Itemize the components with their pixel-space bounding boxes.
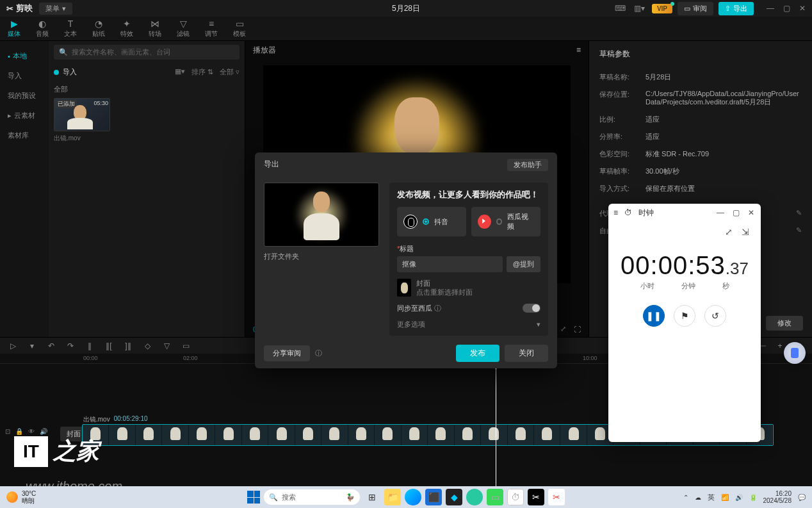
import-button[interactable]: 导入 [54, 67, 77, 77]
vip-badge[interactable]: VIP [652, 4, 672, 13]
edge-icon[interactable] [405, 489, 421, 505]
undo-button[interactable]: ↶ [46, 341, 56, 350]
info-icon[interactable]: ⓘ [434, 304, 441, 312]
playhead[interactable] [496, 364, 496, 492]
track-mute-icon[interactable]: 🔒 [15, 428, 23, 435]
review-icon: ▭ [684, 4, 690, 13]
ime-indicator[interactable]: 英 [708, 493, 715, 502]
tray-chevron-icon[interactable]: ⌃ [683, 494, 688, 501]
store-icon[interactable]: ⬛ [425, 489, 442, 505]
weather-icon[interactable] [6, 491, 18, 503]
pin-icon[interactable]: ⇲ [742, 227, 749, 237]
menu-button[interactable]: 菜单▾ [39, 3, 72, 15]
wifi-icon[interactable]: 📶 [721, 494, 729, 501]
close-button[interactable]: ✕ [747, 208, 756, 217]
player-menu-icon[interactable]: ≡ [576, 45, 581, 54]
clock-app-icon[interactable]: ⏱ [507, 489, 524, 505]
layout-icon[interactable]: ▥▾ [633, 3, 647, 14]
weather-widget[interactable]: 30°C 晴朗 [22, 490, 36, 504]
app-icon[interactable]: ◆ [446, 489, 462, 505]
split-left-tool[interactable]: ‖[ [104, 341, 114, 350]
sidebar-item-local[interactable]: • 本地 [0, 46, 49, 66]
track-sound-icon[interactable]: 🔊 [40, 428, 47, 435]
cover-thumbnail[interactable] [397, 279, 411, 297]
start-button[interactable] [247, 491, 260, 504]
sidebar-item-presets[interactable]: 我的预设 [0, 86, 49, 106]
title-input[interactable] [397, 256, 503, 272]
expand-icon[interactable]: ⤢ [725, 227, 733, 237]
minimize-button[interactable]: — [716, 208, 725, 217]
cursor-tool[interactable]: ▷ [8, 341, 18, 350]
sync-toggle[interactable] [523, 304, 540, 313]
clock-tray[interactable]: 16:20 2024/5/28 [763, 490, 792, 504]
media-thumbnail[interactable]: 已添加 05:30 [54, 98, 110, 131]
review-button[interactable]: ▭审阅 [678, 2, 713, 15]
tab-audio[interactable]: ◐音频 [28, 19, 56, 40]
app-icon[interactable] [466, 489, 483, 505]
media-search[interactable]: 🔍搜索文件名称、画面元素、台词 [54, 45, 240, 60]
snip-icon[interactable]: ✂ [548, 489, 565, 505]
tab-filter[interactable]: ▽滤镜 [169, 19, 197, 40]
tab-effect[interactable]: ✦特效 [113, 19, 141, 40]
more-options-button[interactable]: 更多选项▾ [397, 320, 540, 329]
sidebar-item-library[interactable]: 素材库 [0, 126, 49, 145]
info-icon[interactable]: ⓘ [315, 348, 322, 358]
split-tool[interactable]: ‖ [85, 341, 95, 350]
maximize-button[interactable]: ▢ [783, 4, 790, 13]
publish-button[interactable]: 发布 [456, 345, 499, 362]
sidebar-item-import[interactable]: 导入 [0, 66, 49, 86]
sort-button[interactable]: 排序 ⇅ [191, 67, 213, 77]
export-button[interactable]: ⇧导出 [719, 2, 754, 15]
close-dialog-button[interactable]: 关闭 [505, 345, 548, 362]
fullscreen-icon[interactable]: ⛶ [574, 325, 581, 333]
filter-all-button[interactable]: 全部 ▿ [220, 67, 240, 77]
redo-button[interactable]: ↷ [65, 341, 76, 350]
hamburger-icon[interactable]: ≡ [613, 208, 618, 217]
edit-icon[interactable]: ✎ [796, 226, 802, 236]
platform-xigua[interactable]: 西瓜视频 [471, 207, 540, 236]
open-folder-link[interactable]: 打开文件夹 [264, 252, 299, 261]
taskview-icon[interactable]: ⊞ [364, 489, 380, 505]
track-lock-icon[interactable]: ⊡ [5, 428, 10, 435]
edit-icon[interactable]: ✎ [796, 209, 802, 218]
keyframe-tool[interactable]: ◇ [142, 341, 152, 350]
keyboard-icon[interactable]: ⌨ [613, 3, 628, 14]
pause-button[interactable]: ❚❚ [643, 305, 665, 327]
cover-hint[interactable]: 点击重新选择封面 [416, 288, 473, 297]
explorer-icon[interactable]: 📁 [384, 489, 401, 505]
notification-icon[interactable]: 💬 [798, 494, 806, 501]
track-eye-icon[interactable]: 👁 [28, 428, 35, 435]
minimize-button[interactable]: — [767, 4, 774, 13]
close-button[interactable]: ✕ [799, 4, 806, 13]
publish-assistant-button[interactable]: 发布助手 [507, 159, 548, 171]
cursor-dropdown[interactable]: ▾ [27, 341, 37, 350]
share-review-button[interactable]: 分享审阅 [264, 345, 310, 361]
platform-douyin[interactable]: 抖音 [397, 207, 466, 236]
zoom-icon[interactable]: ⤢ [560, 325, 566, 333]
tab-sticker[interactable]: ◔贴纸 [85, 19, 113, 40]
tab-media[interactable]: ▶媒体 [0, 19, 28, 40]
jianying-icon[interactable]: ✂ [528, 489, 544, 505]
reset-button[interactable]: ↺ [704, 305, 726, 327]
sidebar-item-cloud[interactable]: ▸ 云素材 [0, 106, 49, 126]
app-icon[interactable]: ▭ [487, 489, 503, 505]
tab-adjust[interactable]: ≡调节 [197, 19, 225, 40]
maximize-button[interactable]: ▢ [731, 208, 740, 217]
taskbar-search[interactable]: 🔍搜索🦆 [264, 489, 360, 505]
view-grid-button[interactable]: ▦▾ [175, 67, 185, 77]
modify-button[interactable]: 修改 [766, 316, 803, 331]
lap-button[interactable]: ⚑ [674, 305, 695, 327]
at-mention-button[interactable]: @提到 [507, 256, 540, 272]
floating-action-button[interactable] [784, 342, 806, 364]
onedrive-icon[interactable]: ☁ [695, 494, 701, 501]
tab-template[interactable]: ▭模板 [225, 19, 254, 40]
tab-text[interactable]: T文本 [56, 19, 85, 40]
snapshot-tool[interactable]: ▭ [181, 341, 191, 350]
split-right-tool[interactable]: ]‖ [123, 341, 133, 350]
cover-label: 封面 [416, 279, 473, 288]
volume-icon[interactable]: 🔊 [735, 494, 743, 501]
battery-icon[interactable]: 🔋 [749, 494, 757, 501]
tab-transition[interactable]: ⋈转场 [141, 19, 169, 40]
zoom-in-button[interactable]: + [775, 341, 785, 350]
mark-tool[interactable]: ▽ [161, 341, 172, 350]
